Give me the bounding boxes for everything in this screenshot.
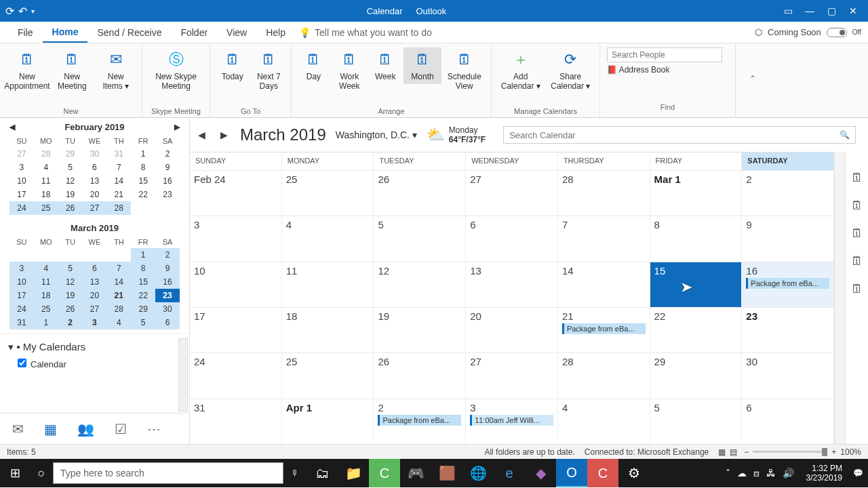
weather-widget[interactable]: ⛅ Monday64°F/37°F: [427, 125, 486, 144]
day-cell[interactable]: 25: [282, 353, 374, 398]
tab-sendreceive[interactable]: Send / Receive: [87, 23, 171, 42]
app-icon[interactable]: C: [369, 459, 400, 487]
tab-home[interactable]: Home: [43, 22, 88, 43]
tab-file[interactable]: File: [8, 23, 43, 42]
add-calendar-button[interactable]: ＋Add Calendar ▾: [496, 47, 546, 94]
search-calendar-input[interactable]: [509, 130, 840, 140]
tab-help[interactable]: Help: [256, 23, 295, 42]
day-cell-selected[interactable]: 15➤: [650, 262, 743, 307]
day-cell[interactable]: 17: [190, 308, 282, 352]
day-cell[interactable]: 6: [466, 216, 558, 261]
week-view-button[interactable]: 🗓Week: [368, 47, 403, 84]
day-cell[interactable]: 27: [466, 171, 558, 216]
tell-me-search[interactable]: 💡 Tell me what you want to do: [299, 27, 432, 38]
day-cell[interactable]: 311:00am Jeff Willi...: [466, 399, 558, 444]
start-button[interactable]: ⊞: [0, 466, 30, 481]
day-cell[interactable]: 14: [558, 262, 650, 307]
day-cell[interactable]: 21Package from eBa...: [558, 308, 650, 352]
address-book-button[interactable]: 📕 Address Book: [607, 65, 728, 75]
refresh-icon[interactable]: ⟳: [5, 5, 14, 18]
steam-icon[interactable]: 🎮: [400, 459, 431, 487]
mini-next-icon[interactable]: ▶: [174, 123, 180, 131]
maximize-icon[interactable]: ▢: [822, 5, 841, 16]
day-cell[interactable]: 2Package from eBa...: [374, 399, 466, 444]
month-view-button[interactable]: 🗓Month: [403, 47, 442, 84]
peek-today-icon[interactable]: 🗓: [851, 199, 863, 213]
app2-icon[interactable]: 🟫: [431, 459, 462, 487]
mail-icon[interactable]: ✉: [12, 421, 24, 437]
day-cell[interactable]: 28: [558, 353, 650, 398]
next-month-icon[interactable]: ▶: [218, 129, 231, 140]
more-icon[interactable]: ⋯: [147, 421, 161, 437]
search-people-input[interactable]: [607, 47, 722, 62]
next7-button[interactable]: 🗓Next 7 Days: [251, 47, 288, 94]
day-cell[interactable]: 19: [374, 308, 466, 352]
people-icon[interactable]: 👥: [77, 421, 94, 437]
chrome-icon[interactable]: 🌐: [462, 459, 494, 487]
peek-day-icon[interactable]: 🗓: [851, 171, 863, 185]
new-items-button[interactable]: ✉New Items ▾: [94, 47, 138, 94]
day-cell[interactable]: 25: [282, 171, 374, 216]
day-cell[interactable]: 26: [374, 353, 466, 398]
peek-week-icon[interactable]: 🗓: [851, 226, 863, 241]
explorer-icon[interactable]: 📁: [338, 459, 369, 487]
day-cell[interactable]: 11: [282, 262, 374, 307]
day-cell[interactable]: 28: [558, 171, 650, 216]
share-calendar-button[interactable]: ⟳Share Calendar ▾: [546, 47, 596, 94]
taskbar-clock[interactable]: 1:32 PM3/23/2019: [801, 464, 848, 483]
tab-view[interactable]: View: [217, 23, 256, 42]
tray-up-icon[interactable]: ˄: [726, 468, 730, 479]
onedrive-icon[interactable]: ☁: [737, 468, 747, 479]
day-cell[interactable]: 12: [374, 262, 466, 307]
day-cell[interactable]: 5: [374, 216, 466, 261]
event-item[interactable]: Package from eBa...: [746, 278, 829, 289]
day-cell[interactable]: Mar 1: [650, 171, 743, 216]
day-cell[interactable]: 6: [742, 399, 834, 444]
peek-workweek-icon[interactable]: 🗓: [851, 254, 863, 268]
search-icon[interactable]: 🔍: [840, 130, 850, 140]
event-item[interactable]: Package from eBa...: [378, 415, 461, 426]
settings-icon[interactable]: ⚙: [618, 459, 650, 487]
day-cell[interactable]: 9: [742, 216, 834, 261]
event-item[interactable]: Package from eBa...: [562, 323, 646, 334]
skype-meeting-button[interactable]: ⓈNew Skype Meeting: [146, 47, 205, 94]
day-cell[interactable]: 3: [190, 216, 282, 261]
close-icon[interactable]: ✕: [844, 5, 863, 16]
event-item[interactable]: 11:00am Jeff Willi...: [470, 415, 553, 426]
zoom-out-icon[interactable]: −: [744, 447, 749, 457]
dropbox-icon[interactable]: ⧈: [753, 468, 760, 479]
day-cell[interactable]: Feb 24: [190, 171, 282, 216]
tasks-icon[interactable]: ☑: [115, 421, 127, 437]
undo-icon[interactable]: ↶: [18, 5, 27, 18]
ribbon-collapse-button[interactable]: ⌃: [736, 43, 756, 117]
network-icon[interactable]: 🖧: [766, 468, 776, 479]
day-cell[interactable]: Apr 1: [282, 399, 374, 444]
volume-icon[interactable]: 🔊: [783, 468, 794, 479]
day-cell[interactable]: 7: [558, 216, 650, 261]
weather-location[interactable]: Washington, D.C. ▾: [336, 129, 417, 140]
day-cell[interactable]: 13: [466, 262, 558, 307]
taskbar-search[interactable]: Type here to search: [53, 462, 283, 484]
day-cell[interactable]: 24: [190, 353, 282, 398]
coming-soon-toggle[interactable]: [827, 28, 847, 37]
day-cell[interactable]: 18: [282, 308, 374, 352]
day-cell[interactable]: 8: [650, 216, 743, 261]
day-cell[interactable]: 4: [282, 216, 374, 261]
outlook-icon[interactable]: O: [556, 459, 587, 487]
zoom-slider[interactable]: − + 100%: [744, 447, 861, 457]
ribbon-mode-icon[interactable]: ▭: [778, 5, 797, 16]
day-cell[interactable]: 29: [650, 353, 743, 398]
minimize-icon[interactable]: —: [800, 5, 819, 16]
day-cell[interactable]: 5: [650, 399, 743, 444]
my-calendars-label[interactable]: My Calendars: [23, 341, 86, 352]
zoom-in-icon[interactable]: +: [831, 447, 836, 457]
app3-icon[interactable]: C: [587, 459, 618, 487]
cortana-icon[interactable]: ○: [30, 466, 53, 481]
grid-scrollbar[interactable]: [834, 152, 845, 444]
day-cell[interactable]: 16Package from eBa...: [742, 262, 834, 307]
workweek-view-button[interactable]: 🗓Work Week: [332, 47, 368, 94]
taskview-icon[interactable]: 🗂: [307, 459, 338, 487]
day-cell[interactable]: 20: [466, 308, 558, 352]
mini-prev-icon[interactable]: ◀: [9, 123, 15, 131]
vs-icon[interactable]: ◆: [525, 459, 556, 487]
